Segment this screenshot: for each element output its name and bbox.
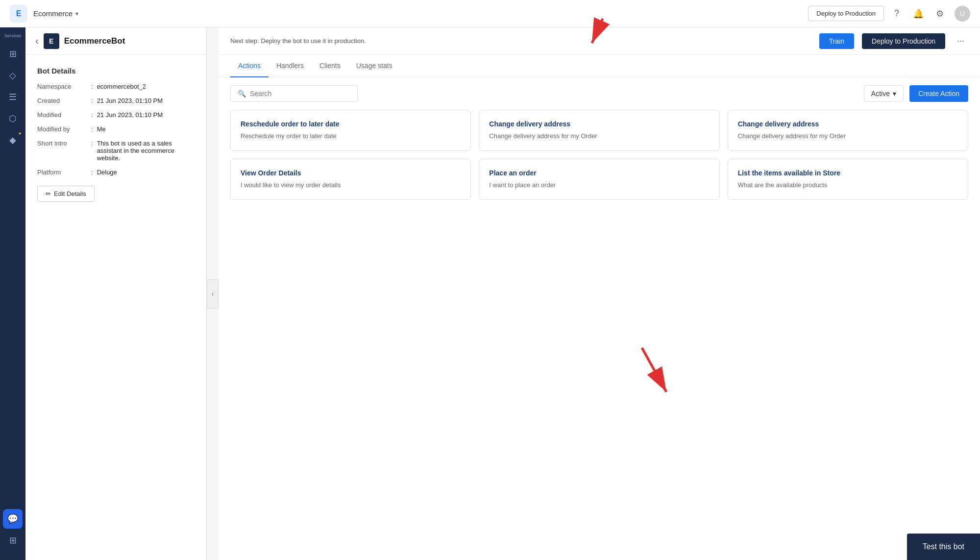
bot-details-content: Bot Details Namespace : ecommercebot_2 C… bbox=[25, 55, 206, 560]
action-card-title-0: Reschedule order to later date bbox=[241, 120, 461, 128]
user-avatar[interactable]: U bbox=[955, 6, 970, 22]
action-card-title-2: Change delivery address bbox=[738, 120, 958, 128]
sidebar-item-code[interactable]: ◇ bbox=[3, 66, 23, 85]
back-button[interactable]: ‹ bbox=[35, 35, 39, 47]
app-name-container[interactable]: Ecommerce ▾ bbox=[33, 9, 78, 18]
tabs-bar: Actions Handlers Clients Usage stats bbox=[219, 55, 980, 77]
bot-name: EcommerceBot bbox=[64, 36, 125, 46]
main-content: Next step: Deploy the bot to use it in p… bbox=[219, 27, 980, 560]
top-deploy-button[interactable]: Deploy to Production bbox=[808, 6, 884, 21]
action-card-title-1: Change delivery address bbox=[489, 120, 709, 128]
action-card-0[interactable]: Reschedule order to later date Reschedul… bbox=[230, 110, 471, 151]
top-nav-icons: ? 🔔 ⚙ U bbox=[890, 6, 970, 22]
icon-sidebar: Services ⊞ ◇ ☰ ⬡ ◆ 💬 ⊞ bbox=[0, 27, 25, 560]
bot-details-title: Bot Details bbox=[37, 67, 195, 75]
tab-actions[interactable]: Actions bbox=[230, 55, 269, 77]
bot-panel-header: ‹ E EcommerceBot bbox=[25, 27, 206, 55]
actions-toolbar: 🔍 Active ▾ Create Action bbox=[219, 77, 980, 110]
bot-avatar: E bbox=[44, 33, 59, 49]
collapse-handle-wrapper: ‹ bbox=[207, 27, 219, 560]
app-name-label: Ecommerce bbox=[33, 9, 73, 18]
action-card-4[interactable]: Place an order I want to place an order bbox=[479, 159, 719, 200]
action-card-title-3: View Order Details bbox=[241, 169, 461, 177]
bot-detail-short-intro: Short Intro : This bot is used as a sale… bbox=[37, 140, 195, 162]
action-card-desc-3: I would like to view my order details bbox=[241, 181, 461, 190]
action-card-3[interactable]: View Order Details I would like to view … bbox=[230, 159, 471, 200]
deploy-production-button[interactable]: Deploy to Production bbox=[862, 33, 945, 49]
sidebar-item-puzzle[interactable]: ⬡ bbox=[3, 109, 23, 128]
content-header: Next step: Deploy the bot to use it in p… bbox=[219, 27, 980, 55]
status-dropdown[interactable]: Active ▾ bbox=[864, 85, 904, 102]
search-input[interactable] bbox=[250, 90, 350, 97]
app-logo: E bbox=[10, 5, 27, 23]
action-card-title-5: List the items available in Store bbox=[738, 169, 958, 177]
dropdown-chevron-icon: ▾ bbox=[893, 90, 896, 97]
sidebar-bottom: 💬 ⊞ bbox=[3, 509, 23, 554]
train-button[interactable]: Train bbox=[819, 33, 854, 49]
sidebar-item-grid[interactable]: ⊞ bbox=[3, 44, 23, 64]
action-card-desc-1: Change delivery address for my Order bbox=[489, 132, 709, 141]
top-nav: E Ecommerce ▾ Deploy to Production ? 🔔 ⚙… bbox=[0, 0, 980, 27]
search-icon: 🔍 bbox=[238, 90, 246, 97]
actions-grid: Reschedule order to later date Reschedul… bbox=[219, 110, 980, 212]
help-icon[interactable]: ? bbox=[890, 7, 904, 21]
bot-detail-created: Created : 21 Jun 2023, 01:10 PM bbox=[37, 97, 195, 104]
tab-usage-stats[interactable]: Usage stats bbox=[348, 55, 400, 77]
action-card-2[interactable]: Change delivery address Change delivery … bbox=[728, 110, 968, 151]
edit-details-button[interactable]: ✏ Edit Details bbox=[37, 186, 95, 202]
tab-handlers[interactable]: Handlers bbox=[269, 55, 312, 77]
action-card-desc-4: I want to place an order bbox=[489, 181, 709, 190]
next-step-text: Next step: Deploy the bot to use it in p… bbox=[230, 37, 811, 45]
sidebar-item-chat[interactable]: 💬 bbox=[3, 509, 23, 529]
bot-detail-modified-by: Modified by : Me bbox=[37, 125, 195, 133]
more-options-button[interactable]: ··· bbox=[953, 34, 968, 48]
bell-icon[interactable]: 🔔 bbox=[911, 7, 925, 21]
bot-detail-namespace: Namespace : ecommercebot_2 bbox=[37, 83, 195, 90]
action-card-desc-5: What are the available products bbox=[738, 181, 958, 190]
sidebar-item-apps[interactable]: ⊞ bbox=[3, 531, 23, 550]
action-card-1[interactable]: Change delivery address Change delivery … bbox=[479, 110, 719, 151]
bot-panel: ‹ E EcommerceBot Bot Details Namespace :… bbox=[25, 27, 207, 560]
action-card-desc-2: Change delivery address for my Order bbox=[738, 132, 958, 141]
sidebar-item-star[interactable]: ◆ bbox=[3, 130, 23, 150]
bot-detail-modified: Modified : 21 Jun 2023, 01:10 PM bbox=[37, 111, 195, 119]
tab-clients[interactable]: Clients bbox=[312, 55, 348, 77]
sidebar-item-list[interactable]: ☰ bbox=[3, 87, 23, 107]
action-card-5[interactable]: List the items available in Store What a… bbox=[728, 159, 968, 200]
edit-icon: ✏ bbox=[46, 190, 51, 197]
bot-detail-platform: Platform : Deluge bbox=[37, 169, 195, 176]
search-box[interactable]: 🔍 bbox=[230, 85, 358, 102]
create-action-button[interactable]: Create Action bbox=[909, 85, 968, 102]
gear-icon[interactable]: ⚙ bbox=[933, 7, 947, 21]
app-name-chevron: ▾ bbox=[75, 10, 78, 17]
action-card-desc-0: Reschedule my order to later date bbox=[241, 132, 461, 141]
services-label: Services bbox=[4, 33, 22, 38]
collapse-panel-button[interactable]: ‹ bbox=[207, 279, 219, 309]
action-card-title-4: Place an order bbox=[489, 169, 709, 177]
main-layout: Services ⊞ ◇ ☰ ⬡ ◆ 💬 ⊞ ‹ E EcommerceBot … bbox=[0, 27, 980, 560]
test-bot-button[interactable]: Test this bot bbox=[907, 534, 980, 560]
